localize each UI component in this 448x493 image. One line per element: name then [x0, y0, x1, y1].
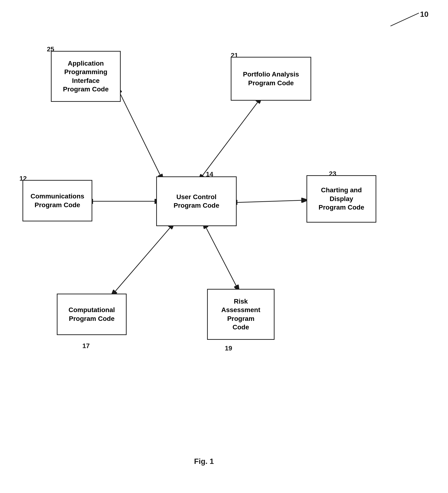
box-risk-assessment: RiskAssessmentProgramCode — [207, 289, 274, 340]
ref-10: 10 — [420, 10, 429, 19]
svg-line-10 — [206, 227, 239, 291]
svg-line-9 — [111, 227, 170, 296]
ref-14: 14 — [206, 170, 213, 178]
svg-line-5 — [120, 92, 163, 180]
diagram: 10 ApplicationProgrammingInterfaceProgra… — [0, 0, 448, 493]
box-computational: ComputationalProgram Code — [57, 294, 127, 335]
ref-21: 21 — [231, 52, 238, 59]
box-charting-label: Charting andDisplayProgram Code — [318, 186, 364, 212]
box-user-control: User ControlProgram Code — [156, 176, 237, 226]
box-portfolio-label: Portfolio AnalysisProgram Code — [243, 70, 299, 87]
box-api: ApplicationProgrammingInterfaceProgram C… — [51, 51, 121, 102]
ref-23: 23 — [329, 170, 336, 178]
svg-line-4 — [391, 13, 419, 26]
box-computational-label: ComputationalProgram Code — [69, 306, 115, 323]
box-risk-assessment-label: RiskAssessmentProgramCode — [221, 297, 260, 332]
box-api-label: ApplicationProgrammingInterfaceProgram C… — [63, 59, 109, 94]
box-communications: CommunicationsProgram Code — [22, 180, 92, 221]
ref-19: 19 — [225, 345, 232, 352]
ref-17: 17 — [82, 342, 90, 350]
svg-line-8 — [237, 200, 308, 202]
box-charting: Charting andDisplayProgram Code — [306, 175, 376, 223]
box-user-control-label: User ControlProgram Code — [174, 193, 219, 210]
svg-line-6 — [199, 102, 258, 180]
ref-12: 12 — [19, 175, 27, 182]
box-portfolio: Portfolio AnalysisProgram Code — [231, 57, 311, 101]
figure-label: Fig. 1 — [194, 457, 214, 466]
ref-25: 25 — [47, 45, 54, 53]
box-communications-label: CommunicationsProgram Code — [31, 192, 84, 209]
